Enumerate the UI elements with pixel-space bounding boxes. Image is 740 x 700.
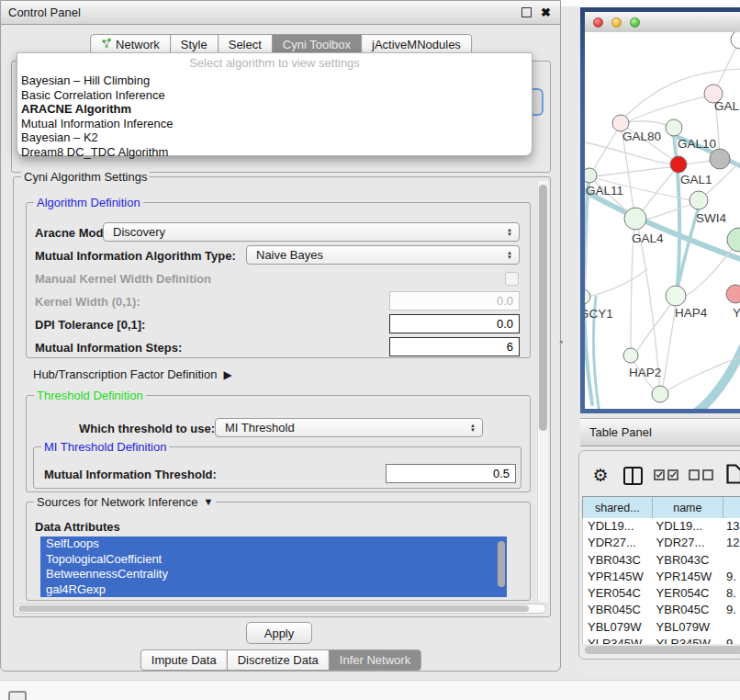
network-node-label: GAL80 [622,130,661,143]
attribute-item-topologicalcoefficient[interactable]: TopologicalCoefficient [40,552,507,568]
minimize-window-icon[interactable] [611,17,622,28]
settings-vertical-scrollbar[interactable] [537,181,548,602]
attributes-list-scrollbar[interactable] [498,541,505,587]
table-row[interactable]: YER054CYER054C8. [583,585,740,602]
control-panel-titlebar[interactable]: Control Panel ✖ [1,1,560,25]
hub-definition-expander[interactable]: Hub/Transcription Factor Definition ▶ [33,367,232,381]
network-node-hap2[interactable] [623,348,638,363]
network-window-titlebar[interactable] [585,12,740,32]
mi-threshold-input[interactable] [386,464,516,483]
table-cell: YER054C [583,585,652,602]
float-window-icon[interactable] [521,7,532,17]
network-edge [695,344,740,409]
table-horizontal-scrollbar[interactable] [582,644,740,655]
kernel-width-input[interactable] [389,291,520,310]
table-row[interactable]: YBL079WYBL079W [583,619,740,636]
table-cell: YLR345W [652,636,722,644]
network-node[interactable] [731,32,740,49]
close-window-icon[interactable] [593,17,603,28]
table-panel-titlebar[interactable]: Table Panel [580,418,740,446]
table-cell: YBR043C [652,552,722,569]
algorithm-menu: Select algorithm to view settings Bayesi… [17,52,533,156]
settings-horizontal-scrollbar[interactable] [16,604,546,614]
network-node[interactable] [710,149,730,169]
table-cell: YBL079W [652,619,722,636]
export-table-icon[interactable] [726,464,740,484]
table-cell: YPR145W [583,569,652,585]
table-cell: YLR345W [583,636,652,644]
sources-title: Sources for Network Inference ▼ [34,495,216,509]
column-header-name[interactable]: name [653,497,724,519]
network-node-gal1[interactable] [670,156,687,173]
close-icon[interactable]: ✖ [541,8,551,17]
collapse-down-icon[interactable]: ▼ [204,495,214,509]
menu-item-aracne-algorithm[interactable]: ARACNE Algorithm [17,102,532,117]
manual-kernel-checkbox[interactable] [505,272,519,286]
table-row[interactable]: YDL19...YDL19...13 [583,518,740,535]
network-edge [627,95,713,122]
network-node-y[interactable] [726,285,740,303]
menu-item-bayesian-hill-climbing[interactable]: Bayesian – Hill Climbing [17,73,532,88]
table-cell [722,619,740,636]
bottom-tab-impute-data[interactable]: Impute Data [140,649,228,671]
restore-panel-icon[interactable] [8,691,27,700]
table-cell: YDL19... [583,518,652,535]
table-row[interactable]: YDR27...YDR27...12 [583,535,740,551]
attribute-item-selfloops[interactable]: SelfLoops [40,536,507,552]
table-row[interactable]: YBR043CYBR043C [583,552,740,569]
network-node[interactable] [652,386,668,402]
mi-threshold-label: Mutual Information Threshold: [44,468,217,481]
which-threshold-select[interactable]: MI Threshold ▲▼ [215,418,483,437]
mi-steps-input[interactable] [389,337,520,356]
network-node-label: GAL1 [680,173,712,186]
splitter-handle[interactable]: ◂ [559,338,563,345]
deselect-all-icon[interactable] [689,469,713,480]
network-edge [662,302,676,392]
network-edge [640,203,695,221]
network-node-gal11[interactable] [585,168,597,183]
cyni-settings-title: Cyni Algorithm Settings [21,170,150,184]
table-cell: 12 [722,535,740,551]
table-row[interactable]: YPR145WYPR145W9. [583,569,740,585]
network-node-swi4[interactable] [690,191,708,209]
network-node-hap4[interactable] [666,286,686,306]
network-node-label: GAL10 [678,137,716,151]
attribute-item-betweennesscentrality[interactable]: BetweennessCentrality [40,567,507,582]
network-edge [634,300,674,355]
mi-type-select[interactable]: Naive Bayes ▲▼ [246,245,520,265]
network-node[interactable] [727,228,740,252]
table-cell: YDR27... [583,535,652,551]
network-node-gal4[interactable] [624,208,646,230]
table-row[interactable]: YLR345WYLR345W9. [583,636,740,644]
expand-right-icon[interactable]: ▶ [223,368,231,381]
network-node-gcy1[interactable] [585,289,590,304]
column-header-shared-[interactable]: shared... [583,497,653,519]
column-header-2[interactable] [723,497,740,519]
attribute-item-gal4rgexp[interactable]: gal4RGexp [40,582,507,598]
apply-button[interactable]: Apply [246,622,312,644]
menu-item-bayesian-k2[interactable]: Bayesian – K2 [17,130,532,145]
table-cell: YBR045C [583,602,652,618]
network-canvas[interactable]: GALGAL80GAL10GAL1GAL11SWI4GAL4GCY1HAP4YH… [585,32,740,409]
network-canvas-svg: GALGAL80GAL10GAL1GAL11SWI4GAL4GCY1HAP4YH… [585,32,740,409]
stepper-arrows-icon: ▲▼ [470,423,482,433]
table-rows: YDL19...YDL19...13YDR27...YDR27...12YBR0… [582,518,740,644]
dpi-tolerance-input[interactable] [389,314,520,333]
data-attributes-list[interactable]: SelfLoopsTopologicalCoefficientBetweenne… [40,536,507,597]
menu-item-mutual-information-inference[interactable]: Mutual Information Inference [17,117,532,131]
network-edge [591,124,621,174]
bottom-tab-discretize-data[interactable]: Discretize Data [227,649,330,671]
bottom-tab-infer-network[interactable]: Infer Network [329,649,421,671]
table-row[interactable]: YBR045CYBR045C9. [583,602,740,618]
table-cell: 9. [722,602,740,618]
network-node-gal10[interactable] [666,119,682,136]
menu-item-basic-correlation-inference[interactable]: Basic Correlation Inference [17,88,532,103]
gear-icon[interactable]: ⚙ [590,465,611,485]
zoom-window-icon[interactable] [630,17,640,28]
network-edge [585,269,647,298]
menu-item-dream8-dc-tdc-algorithm[interactable]: Dream8 DC_TDC Algorithm [17,145,532,160]
aracne-mode-select[interactable]: Discovery ▲▼ [103,222,520,242]
split-columns-icon[interactable] [623,467,643,485]
network-node-label: GAL11 [586,184,623,198]
select-all-icon[interactable] [654,469,678,480]
